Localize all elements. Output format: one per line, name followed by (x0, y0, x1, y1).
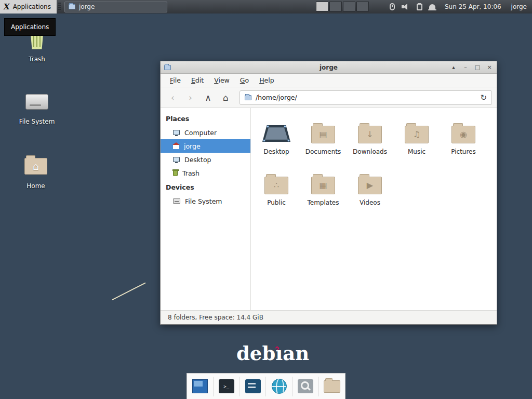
file-item-desktop[interactable]: Desktop (253, 117, 300, 168)
sidebar-item-label: File System (185, 197, 222, 205)
share-emblem-icon: ∴ (274, 181, 279, 190)
file-item-label: Templates (307, 199, 339, 206)
mouse-settings-icon[interactable] (390, 3, 395, 10)
file-item-label: Videos (360, 199, 380, 206)
desktop-folder-icon (262, 124, 290, 143)
minimize-button[interactable]: – (462, 61, 469, 74)
file-item-label: Music (408, 148, 425, 155)
sidebar-item-jorge[interactable]: jorge (161, 139, 250, 153)
file-item-label: Downloads (353, 148, 387, 155)
dock-item-desktop-pager[interactable] (190, 377, 210, 396)
dock-item-web-browser[interactable] (269, 377, 289, 396)
back-button[interactable]: ‹ (165, 90, 180, 105)
folder-icon: ∴ (264, 177, 288, 194)
menu-go[interactable]: Go (235, 74, 254, 86)
panel-separator (58, 3, 61, 11)
download-emblem-icon: ↓ (366, 130, 373, 139)
file-item-public[interactable]: ∴ Public (253, 168, 300, 219)
music-emblem-icon: ♫ (413, 130, 420, 139)
dock-separator (240, 377, 240, 396)
folder-icon: ↓ (358, 126, 382, 143)
desktop-icon-home[interactable]: ⌂ Home (12, 154, 60, 190)
menu-view[interactable]: View (209, 74, 235, 86)
file-item-documents[interactable]: ▤ Documents (300, 117, 347, 168)
sidebar: Places Computer jorge Desktop Trash (161, 108, 251, 310)
statusbar: 8 folders, Free space: 14.4 GiB (161, 310, 497, 324)
workspace-switcher (316, 2, 369, 11)
path-input[interactable]: /home/jorge/ ↻ (240, 90, 492, 105)
camera-emblem-icon: ◉ (460, 130, 467, 139)
top-panel: Applications jorge Sun 25 Apr, 10:06 jor… (0, 0, 532, 14)
dock-item-app-finder[interactable] (296, 377, 315, 396)
sidebar-item-label: jorge (184, 142, 201, 150)
sidebar-item-desktop[interactable]: Desktop (161, 153, 250, 166)
file-manager-window: jorge ▴ – □ × File Edit View Go Help ‹ ›… (160, 61, 497, 325)
desktop-icon-label: Trash (29, 56, 45, 63)
workspace-1[interactable] (316, 2, 328, 11)
file-item-videos[interactable]: ▶ Videos (347, 168, 393, 219)
dock-item-console[interactable] (243, 377, 263, 396)
debian-logo-text: an (283, 342, 309, 365)
debian-logo: debıan (236, 343, 309, 364)
file-item-templates[interactable]: ▦ Templates (300, 168, 347, 219)
menu-help[interactable]: Help (254, 74, 280, 86)
devices-header: Devices (161, 180, 250, 194)
file-item-label: Public (267, 199, 286, 206)
taskbar-window-label: jorge (79, 3, 95, 10)
workspace-3[interactable] (343, 2, 355, 11)
stray-line-artifact (112, 282, 146, 300)
desktop-icon-file-system[interactable]: File System (13, 89, 61, 125)
reload-button[interactable]: ↻ (480, 93, 487, 102)
file-item-music[interactable]: ♫ Music (393, 117, 440, 168)
dock-item-terminal[interactable] (217, 377, 236, 396)
taskbar-window-button[interactable]: jorge (64, 2, 167, 12)
menu-edit[interactable]: Edit (186, 74, 209, 86)
dock-separator (265, 377, 266, 396)
folder-icon: ◉ (451, 126, 475, 143)
home-folder-icon: ⌂ (24, 154, 47, 179)
dock-separator (292, 377, 292, 396)
user-session-menu[interactable]: jorge (511, 0, 527, 14)
volume-icon[interactable] (402, 4, 410, 10)
up-button[interactable]: ∧ (201, 90, 216, 105)
window-title: jorge (161, 64, 497, 71)
maximize-button[interactable]: □ (474, 61, 481, 74)
notifications-bell-icon[interactable] (429, 4, 435, 9)
sidebar-item-trash[interactable]: Trash (161, 166, 250, 180)
close-button[interactable]: × (486, 61, 493, 74)
desktop: Applications jorge Sun 25 Apr, 10:06 jor… (0, 0, 532, 399)
file-item-label: Documents (305, 148, 341, 155)
workspace-2[interactable] (329, 2, 342, 11)
debian-logo-text: deb (236, 342, 275, 365)
places-header: Places (161, 111, 250, 126)
home-button[interactable]: ⌂ (218, 90, 233, 105)
pager-icon (192, 379, 208, 393)
menu-file[interactable]: File (165, 74, 186, 86)
home-icon (173, 145, 179, 149)
sidebar-item-file-system[interactable]: File System (161, 194, 250, 208)
path-folder-icon (245, 95, 251, 100)
clock[interactable]: Sun 25 Apr, 10:06 (445, 0, 501, 14)
folder-icon: ▶ (358, 177, 382, 194)
video-emblem-icon: ▶ (367, 181, 373, 190)
dock-item-file-manager[interactable] (322, 377, 342, 396)
window-titlebar[interactable]: jorge ▴ – □ × (161, 61, 497, 74)
forward-button[interactable]: › (183, 90, 198, 105)
shade-button[interactable]: ▴ (450, 61, 457, 74)
document-emblem-icon: ▤ (319, 130, 327, 139)
toolbar: ‹ › ∧ ⌂ /home/jorge/ ↻ (161, 87, 497, 108)
desktop-icon-label: Home (26, 182, 45, 190)
desktop-icon (173, 157, 180, 162)
xorg-logo-icon (3, 2, 10, 11)
applications-menu-button[interactable]: Applications (0, 0, 57, 14)
dock-separator (318, 377, 319, 396)
file-item-pictures[interactable]: ◉ Pictures (440, 117, 487, 168)
sidebar-item-computer[interactable]: Computer (161, 126, 250, 139)
file-item-downloads[interactable]: ↓ Downloads (347, 117, 393, 168)
clipboard-icon[interactable] (417, 4, 422, 10)
globe-icon (272, 379, 287, 394)
path-text: /home/jorge/ (256, 94, 297, 101)
window-icon (69, 4, 75, 9)
magnifier-icon (298, 379, 313, 393)
workspace-4[interactable] (356, 2, 369, 11)
